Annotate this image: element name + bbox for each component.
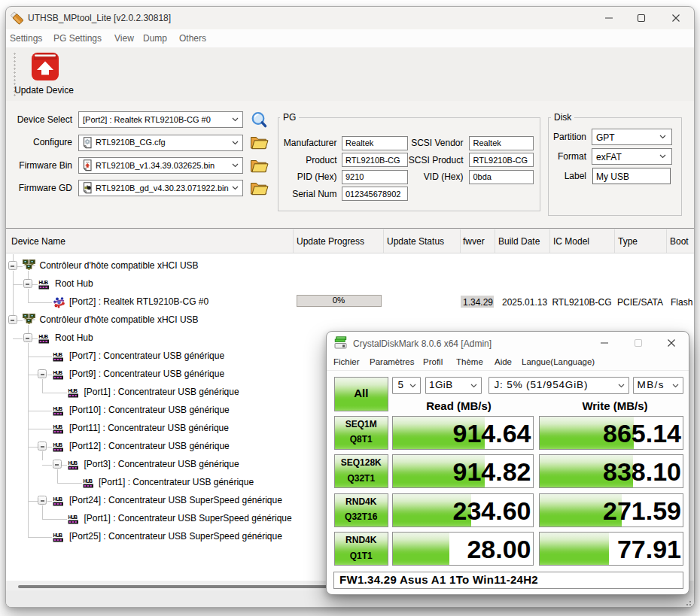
svg-text:HUB: HUB (68, 460, 78, 466)
svg-text:HUB: HUB (53, 370, 62, 375)
svg-text:HUB: HUB (38, 334, 48, 339)
svg-text:HUB: HUB (38, 280, 48, 285)
svg-text:HUB: HUB (68, 514, 78, 520)
svg-text:HUB: HUB (53, 442, 62, 448)
svg-text:HUB: HUB (53, 533, 62, 538)
svg-text:HUB: HUB (53, 406, 62, 411)
svg-text:HUB: HUB (83, 478, 93, 484)
svg-text:HUB: HUB (53, 352, 62, 357)
svg-text:HUB: HUB (53, 496, 62, 502)
svg-text:HUB: HUB (68, 388, 78, 393)
svg-text:HUB: HUB (53, 424, 62, 429)
